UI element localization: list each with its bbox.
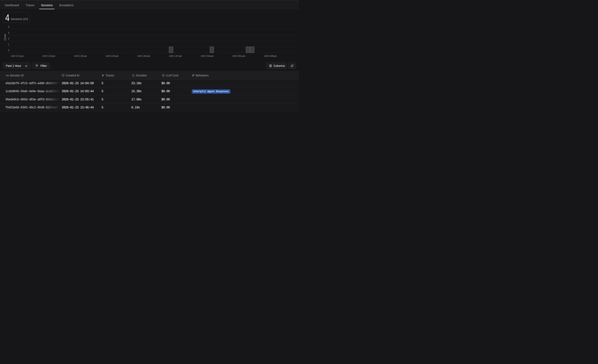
svg-text:1/23 1:47 pm: 1/23 1:47 pm xyxy=(169,55,182,57)
svg-text:Count: Count xyxy=(4,34,6,40)
svg-text:1/23 1:19 pm: 1/23 1:19 pm xyxy=(42,55,55,57)
svg-text:1: 1 xyxy=(8,43,9,46)
svg-text:1/23 2:08 pm: 1/23 2:08 pm xyxy=(264,55,277,57)
svg-text:0: 0 xyxy=(8,49,9,51)
svg-text:2: 2 xyxy=(8,37,9,40)
svg-text:3: 3 xyxy=(8,32,9,34)
svg-text:1/23 1:33 pm: 1/23 1:33 pm xyxy=(106,55,118,57)
svg-text:1/23 1:26 pm: 1/23 1:26 pm xyxy=(74,55,87,57)
svg-text:1/23 2:01 pm: 1/23 2:01 pm xyxy=(232,55,245,57)
svg-text:1/23 1:12 pm: 1/23 1:12 pm xyxy=(11,55,24,57)
svg-text:4: 4 xyxy=(8,26,9,28)
svg-text:1/23 1:40 pm: 1/23 1:40 pm xyxy=(137,55,150,57)
svg-text:1/23 1:54 pm: 1/23 1:54 pm xyxy=(201,55,214,57)
